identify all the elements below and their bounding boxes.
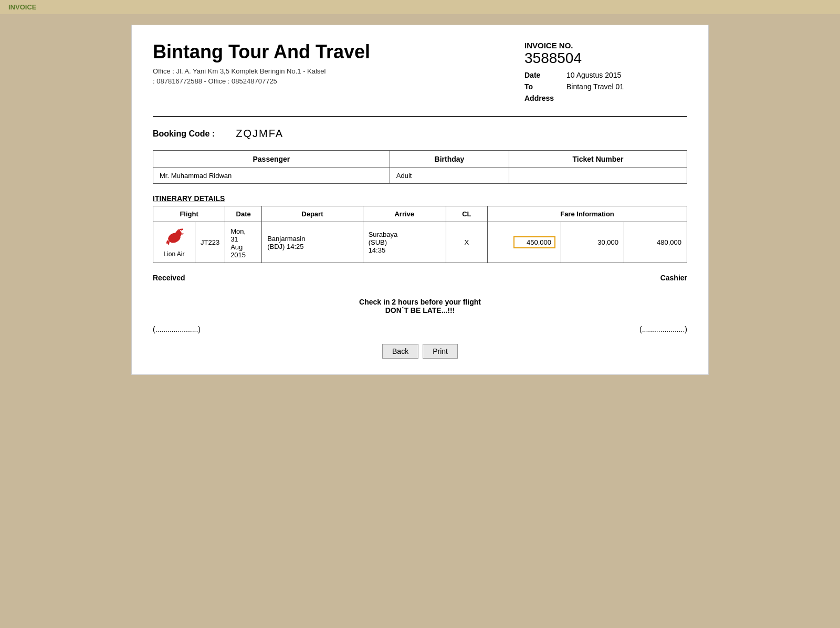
to-label: To (524, 82, 566, 91)
invoice-topbar-label: INVOICE (8, 3, 36, 11)
company-phone: : 087816772588 - Office : 085248707725 (153, 77, 503, 85)
footer-section: Received Cashier (153, 274, 687, 282)
booking-code-row: Booking Code : ZQJMFA (153, 128, 687, 140)
sig-right: (.....................) (639, 325, 687, 333)
airline-name: Lion Air (163, 250, 184, 258)
date-label: Date (524, 71, 566, 79)
reminder-section: Check in 2 hours before your flight DON´… (153, 298, 687, 315)
sig-right-parens: (.....................) (639, 325, 687, 333)
flight-col-header: Flight (153, 206, 225, 222)
invoice-meta: INVOICE NO. 3588504 Date 10 Agustus 2015… (503, 41, 687, 106)
date-value: 10 Agustus 2015 (566, 71, 621, 79)
reminder-line2: DON´T BE LATE...!!! (153, 306, 687, 315)
company-address: Office : Jl. A. Yani Km 3,5 Komplek Beri… (153, 67, 503, 75)
fare-total: 480,000 (624, 222, 687, 263)
flight-number: JT223 (195, 222, 225, 263)
lion-air-icon (163, 227, 186, 250)
fare-tax: 30,000 (561, 222, 624, 263)
flight-class: X (446, 222, 487, 263)
itinerary-row: Lion Air JT223 Mon,31Aug2015 Banjarmasin… (153, 222, 687, 263)
passenger-birthday: Adult (390, 168, 509, 184)
airline-logo-cell: Lion Air (153, 222, 195, 263)
cashier-label: Cashier (660, 274, 687, 282)
svg-point-1 (175, 231, 182, 237)
itinerary-title: ITINERARY DETAILS (153, 194, 687, 203)
passenger-name: Mr. Muhammad Ridwan (153, 168, 390, 184)
fare-base: 450,000 (488, 222, 561, 263)
to-value: Bintang Travel 01 (566, 82, 624, 91)
back-button[interactable]: Back (382, 344, 418, 359)
reminder-line1: Check in 2 hours before your flight (153, 298, 687, 306)
ticket-number (509, 168, 687, 184)
booking-label: Booking Code : (153, 129, 215, 139)
invoice-to-row: To Bintang Travel 01 (524, 82, 687, 91)
fare-base-value: 450,000 (513, 236, 555, 248)
depart-col-header: Depart (262, 206, 363, 222)
arrive-col-header: Arrive (363, 206, 446, 222)
sig-left: (.....................) (153, 325, 201, 333)
invoice-address-row: Address (524, 94, 687, 102)
invoice-date-row: Date 10 Agustus 2015 (524, 71, 687, 79)
fare-col-header: Fare Information (488, 206, 687, 222)
booking-code: ZQJMFA (236, 128, 284, 140)
invoice-no-label: INVOICE NO. (524, 41, 687, 50)
invoice-document: Bintang Tour And Travel Office : Jl. A. … (131, 25, 709, 375)
received-label: Received (153, 274, 185, 282)
lion-air-logo: Lion Air (159, 227, 190, 258)
top-bar: INVOICE (0, 0, 840, 14)
flight-arrive: Surabaya(SUB)14:35 (363, 222, 446, 263)
table-row: Mr. Muhammad Ridwan Adult (153, 168, 687, 184)
flight-date: Mon,31Aug2015 (225, 222, 262, 263)
print-button[interactable]: Print (423, 344, 458, 359)
button-row: Back Print (153, 344, 687, 359)
address-label: Address (524, 94, 566, 102)
company-info: Bintang Tour And Travel Office : Jl. A. … (153, 41, 503, 85)
header-divider (153, 116, 687, 117)
company-name: Bintang Tour And Travel (153, 41, 503, 63)
sig-left-parens: (.....................) (153, 325, 201, 333)
signature-section: (.....................) (...............… (153, 325, 687, 333)
date-col-header: Date (225, 206, 262, 222)
flight-depart: Banjarmasin(BDJ) 14:25 (262, 222, 363, 263)
passenger-col-header: Passenger (153, 151, 390, 168)
passenger-table: Passenger Birthday Ticket Number Mr. Muh… (153, 150, 687, 184)
birthday-col-header: Birthday (390, 151, 509, 168)
ticket-col-header: Ticket Number (509, 151, 687, 168)
invoice-no-value: 3588504 (524, 50, 687, 67)
header-section: Bintang Tour And Travel Office : Jl. A. … (153, 41, 687, 106)
itinerary-table: Flight Date Depart Arrive CL Fare Inform… (153, 206, 687, 263)
cl-col-header: CL (446, 206, 487, 222)
